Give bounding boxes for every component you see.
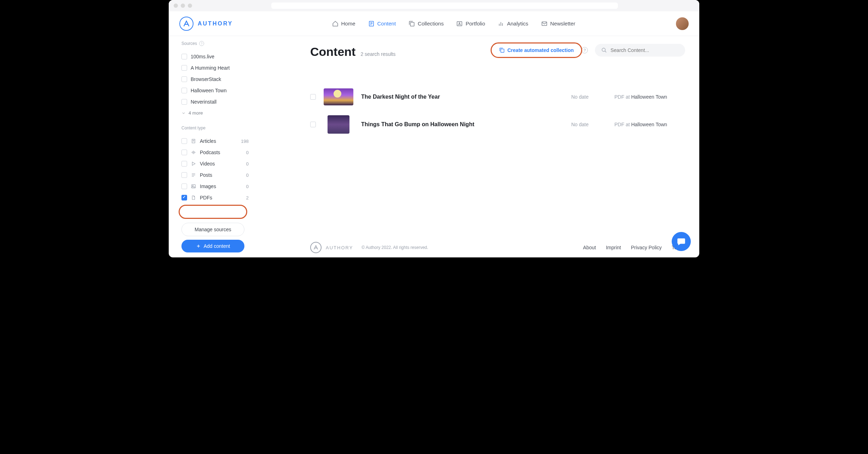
type-filter-pdfs[interactable]: PDFs2: [181, 192, 254, 203]
manage-sources-button[interactable]: Manage sources: [181, 223, 244, 236]
content-item-row[interactable]: The Darkest Night of the Year No date PD…: [310, 83, 685, 110]
item-checkbox[interactable]: [310, 122, 316, 127]
content-panel: Content 2 search results Create automate…: [254, 36, 699, 257]
type-filter-videos[interactable]: Videos0: [181, 158, 254, 169]
content-icon: [368, 21, 375, 27]
close-dot[interactable]: [174, 4, 178, 8]
svg-rect-27: [500, 49, 504, 52]
video-icon: [191, 161, 196, 167]
search-icon: [601, 47, 607, 53]
footer-logo-icon: [310, 242, 322, 253]
pdf-icon: [191, 195, 196, 200]
nav-home[interactable]: Home: [332, 21, 355, 27]
svg-marker-19: [192, 162, 195, 165]
post-icon: [191, 172, 196, 178]
add-content-button[interactable]: Add content: [181, 240, 244, 252]
nav-analytics[interactable]: Analytics: [498, 21, 528, 27]
article-icon: [191, 138, 196, 144]
content-title: The Darkest Night of the Year: [361, 94, 563, 100]
show-more-sources[interactable]: 4 more: [181, 107, 254, 118]
type-filter-podcasts[interactable]: Podcasts0: [181, 147, 254, 158]
search-content[interactable]: [595, 44, 685, 57]
content-type-section-label: Content type: [181, 126, 254, 130]
maximize-dot[interactable]: [188, 4, 192, 8]
help-icon[interactable]: ?: [581, 47, 588, 53]
page-footer: AUTHORY © Authory 2022. All rights reser…: [310, 242, 685, 253]
collections-icon: [409, 21, 415, 27]
podcast-icon: [191, 150, 196, 155]
source-filter-halloween-town[interactable]: Halloween Town: [181, 85, 254, 96]
source-filter-neverinstall[interactable]: Neverinstall: [181, 96, 254, 107]
content-title: Things That Go Bump on Halloween Night: [361, 121, 563, 128]
footer-link-imprint[interactable]: Imprint: [606, 245, 621, 250]
content-source: PDF at Halloween Town: [614, 94, 685, 100]
content-thumbnail: [324, 88, 353, 105]
home-icon: [332, 21, 338, 27]
window-titlebar: [169, 0, 699, 11]
app-window: AUTHORY Home Content Collections Portfol…: [169, 0, 699, 257]
top-nav: AUTHORY Home Content Collections Portfol…: [169, 11, 699, 36]
svg-point-6: [459, 23, 460, 24]
nav-collections[interactable]: Collections: [409, 21, 444, 27]
filter-sidebar: Sources ? 100ms.live A Humming Heart Bro…: [169, 36, 254, 257]
type-filter-articles[interactable]: Articles198: [181, 135, 254, 147]
search-input[interactable]: [611, 47, 679, 53]
nav-portfolio[interactable]: Portfolio: [456, 21, 485, 27]
footer-logo: AUTHORY: [310, 242, 353, 253]
analytics-icon: [498, 21, 504, 27]
svg-rect-23: [192, 185, 196, 188]
svg-line-29: [605, 51, 606, 52]
footer-link-privacy[interactable]: Privacy Policy: [631, 245, 662, 250]
create-automated-collection-button[interactable]: Create automated collection: [494, 44, 579, 57]
source-filter-browserstack[interactable]: BrowserStack: [181, 74, 254, 85]
page-title: Content: [310, 45, 355, 59]
svg-point-28: [602, 48, 605, 51]
content-thumbnail: [328, 115, 349, 134]
item-checkbox[interactable]: [310, 94, 316, 100]
brand-logo[interactable]: AUTHORY: [179, 17, 233, 31]
logo-icon: [179, 17, 193, 31]
nav-content[interactable]: Content: [368, 21, 396, 27]
nav-newsletter[interactable]: Newsletter: [541, 21, 575, 27]
portfolio-icon: [456, 21, 463, 27]
chevron-down-icon: [181, 111, 186, 115]
source-filter-humming-heart[interactable]: A Humming Heart: [181, 62, 254, 74]
sources-section-label: Sources ?: [181, 41, 254, 46]
brand-name: AUTHORY: [198, 21, 233, 27]
results-count: 2 search results: [360, 51, 395, 57]
collection-icon: [499, 47, 505, 53]
minimize-dot[interactable]: [181, 4, 185, 8]
image-icon: [191, 184, 196, 189]
user-avatar[interactable]: [676, 17, 689, 30]
type-filter-images[interactable]: Images0: [181, 181, 254, 192]
content-item-row[interactable]: Things That Go Bump on Halloween Night N…: [310, 110, 685, 139]
source-filter-100ms[interactable]: 100ms.live: [181, 51, 254, 62]
chat-button[interactable]: [672, 232, 691, 251]
plus-icon: [196, 244, 201, 249]
chat-icon: [677, 237, 686, 246]
address-bar[interactable]: [271, 2, 618, 9]
footer-link-about[interactable]: About: [583, 245, 596, 250]
content-date: No date: [571, 94, 607, 100]
content-date: No date: [571, 122, 607, 127]
help-icon[interactable]: ?: [199, 41, 204, 46]
newsletter-icon: [541, 21, 548, 27]
svg-rect-4: [410, 22, 414, 26]
content-source: PDF at Halloween Town: [614, 122, 685, 127]
type-filter-posts[interactable]: Posts0: [181, 169, 254, 181]
copyright-text: © Authory 2022. All rights reserved.: [361, 245, 428, 250]
